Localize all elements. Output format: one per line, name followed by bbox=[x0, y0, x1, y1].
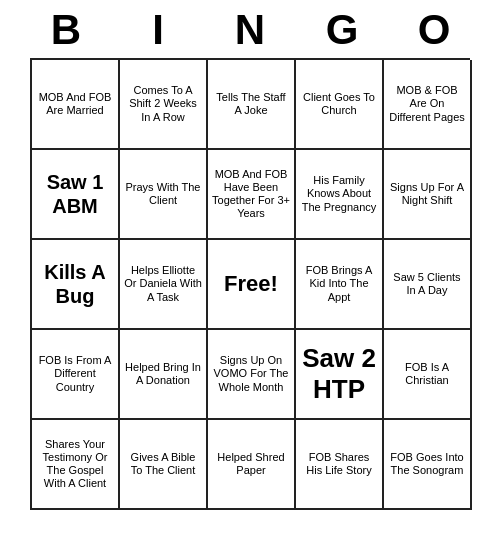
bingo-cell[interactable]: Signs Up On VOMO For The Whole Month bbox=[208, 330, 296, 420]
bingo-cell[interactable]: Client Goes To Church bbox=[296, 60, 384, 150]
bingo-title: B I N G O bbox=[20, 0, 480, 58]
bingo-cell[interactable]: FOB Shares His Life Story bbox=[296, 420, 384, 510]
bingo-cell[interactable]: Helps Elliotte Or Daniela With A Task bbox=[120, 240, 208, 330]
bingo-cell[interactable]: Saw 5 Clients In A Day bbox=[384, 240, 472, 330]
title-i: I bbox=[116, 6, 200, 54]
bingo-cell[interactable]: Saw 1 ABM bbox=[32, 150, 120, 240]
bingo-cell[interactable]: Helped Shred Paper bbox=[208, 420, 296, 510]
bingo-cell[interactable]: His Family Knows About The Pregnancy bbox=[296, 150, 384, 240]
bingo-cell[interactable]: Kills A Bug bbox=[32, 240, 120, 330]
title-g: G bbox=[300, 6, 384, 54]
bingo-cell[interactable]: Free! bbox=[208, 240, 296, 330]
bingo-cell[interactable]: MOB And FOB Are Married bbox=[32, 60, 120, 150]
title-o: O bbox=[392, 6, 476, 54]
bingo-cell[interactable]: FOB Goes Into The Sonogram bbox=[384, 420, 472, 510]
bingo-cell[interactable]: Saw 2 HTP bbox=[296, 330, 384, 420]
title-n: N bbox=[208, 6, 292, 54]
bingo-cell[interactable]: Helped Bring In A Donation bbox=[120, 330, 208, 420]
bingo-cell[interactable]: Tells The Staff A Joke bbox=[208, 60, 296, 150]
bingo-cell[interactable]: MOB And FOB Have Been Together For 3+ Ye… bbox=[208, 150, 296, 240]
bingo-cell[interactable]: FOB Is A Christian bbox=[384, 330, 472, 420]
bingo-cell[interactable]: Prays With The Client bbox=[120, 150, 208, 240]
bingo-cell[interactable]: Gives A Bible To The Client bbox=[120, 420, 208, 510]
bingo-cell[interactable]: MOB & FOB Are On Different Pages bbox=[384, 60, 472, 150]
bingo-cell[interactable]: Shares Your Testimony Or The Gospel With… bbox=[32, 420, 120, 510]
bingo-cell[interactable]: FOB Brings A Kid Into The Appt bbox=[296, 240, 384, 330]
bingo-grid: MOB And FOB Are MarriedComes To A Shift … bbox=[30, 58, 470, 510]
bingo-cell[interactable]: Comes To A Shift 2 Weeks In A Row bbox=[120, 60, 208, 150]
title-b: B bbox=[24, 6, 108, 54]
bingo-cell[interactable]: Signs Up For A Night Shift bbox=[384, 150, 472, 240]
bingo-cell[interactable]: FOB Is From A Different Country bbox=[32, 330, 120, 420]
